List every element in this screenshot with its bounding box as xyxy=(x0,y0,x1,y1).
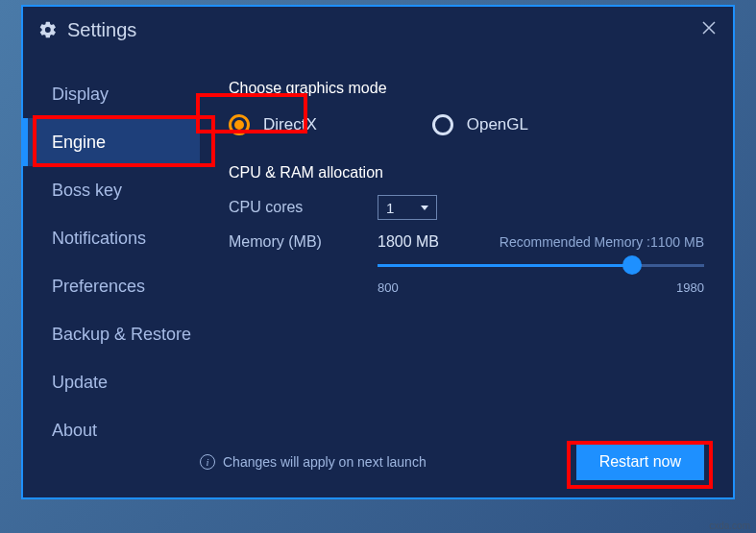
memory-slider[interactable]: 800 1980 xyxy=(378,264,704,295)
sidebar-item-label: Notifications xyxy=(52,229,146,249)
sidebar-item-backup-restore[interactable]: Backup & Restore xyxy=(23,310,200,358)
info-note: i Changes will apply on next launch xyxy=(200,454,427,470)
settings-window: Settings Display Engine Boss key Notific… xyxy=(21,5,735,499)
recommended-memory: Recommended Memory :1100 MB xyxy=(500,234,704,250)
gear-icon xyxy=(38,20,58,39)
sidebar-item-label: About xyxy=(52,421,97,441)
restart-button[interactable]: Restart now xyxy=(576,444,704,480)
slider-fill xyxy=(378,264,632,267)
sidebar-item-label: Update xyxy=(52,373,108,393)
cpu-cores-dropdown[interactable]: 1 xyxy=(378,195,437,220)
graphics-mode-title: Choose graphics mode xyxy=(229,80,704,97)
sidebar-item-engine[interactable]: Engine xyxy=(23,118,200,166)
sidebar-item-label: Preferences xyxy=(52,277,145,297)
sidebar-item-label: Backup & Restore xyxy=(52,325,191,345)
graphics-mode-radios: DirectX OpenGL xyxy=(229,114,704,135)
cpu-ram-title: CPU & RAM allocation xyxy=(229,164,704,182)
footer: i Changes will apply on next launch Rest… xyxy=(200,444,704,480)
sidebar-item-label: Boss key xyxy=(52,181,122,201)
memory-label: Memory (MB) xyxy=(229,233,378,251)
sidebar-item-display[interactable]: Display xyxy=(23,70,200,118)
radio-directx[interactable]: DirectX xyxy=(229,114,317,135)
sidebar-item-label: Display xyxy=(52,85,109,105)
content-panel: Choose graphics mode DirectX OpenGL CPU … xyxy=(200,53,733,497)
slider-labels: 800 1980 xyxy=(378,280,704,295)
caret-down-icon xyxy=(421,206,428,210)
sidebar-item-about[interactable]: About xyxy=(23,406,200,454)
info-icon: i xyxy=(200,454,215,470)
sidebar-item-notifications[interactable]: Notifications xyxy=(23,214,200,262)
slider-track xyxy=(378,264,704,267)
sidebar-item-boss-key[interactable]: Boss key xyxy=(23,166,200,214)
close-icon[interactable] xyxy=(700,19,718,41)
slider-min: 800 xyxy=(378,280,399,295)
radio-checked-icon xyxy=(229,114,250,135)
titlebar: Settings xyxy=(23,7,733,53)
radio-label: DirectX xyxy=(263,115,317,134)
radio-label: OpenGL xyxy=(467,115,528,134)
memory-row: Memory (MB) 1800 MB Recommended Memory :… xyxy=(229,233,704,251)
window-title: Settings xyxy=(67,19,136,41)
window-body: Display Engine Boss key Notifications Pr… xyxy=(23,53,733,497)
sidebar-item-update[interactable]: Update xyxy=(23,358,200,406)
watermark: cxda.com xyxy=(709,521,750,531)
slider-max: 1980 xyxy=(676,280,704,295)
info-text: Changes will apply on next launch xyxy=(223,454,427,470)
sidebar-item-label: Engine xyxy=(52,133,106,153)
sidebar-item-preferences[interactable]: Preferences xyxy=(23,262,200,310)
dropdown-value: 1 xyxy=(386,200,394,216)
cpu-cores-row: CPU cores 1 xyxy=(229,195,704,220)
radio-opengl[interactable]: OpenGL xyxy=(432,114,528,135)
cpu-cores-label: CPU cores xyxy=(229,199,378,216)
radio-unchecked-icon xyxy=(432,114,453,135)
memory-value: 1800 MB xyxy=(378,233,439,251)
slider-thumb[interactable] xyxy=(622,255,642,275)
sidebar: Display Engine Boss key Notifications Pr… xyxy=(23,53,200,497)
